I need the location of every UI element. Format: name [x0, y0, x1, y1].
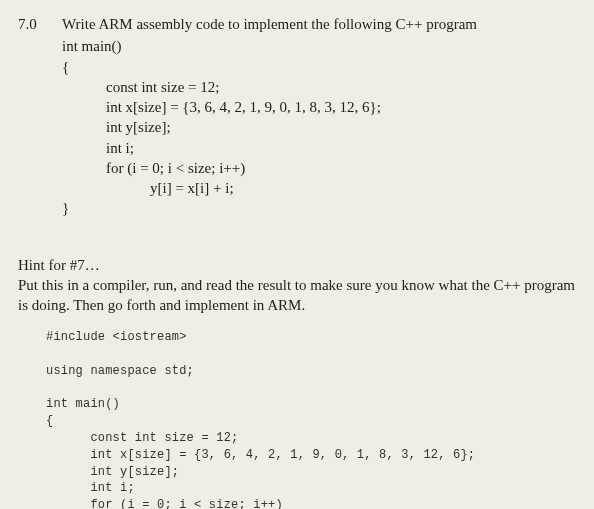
hint-block: Hint for #7… Put this in a compiler, run… — [18, 255, 576, 316]
code-line: } — [62, 198, 576, 218]
spacer — [18, 219, 576, 255]
code-line: int x[size] = {3, 6, 4, 2, 1, 9, 0, 1, 8… — [106, 97, 576, 117]
code-line: int i; — [106, 138, 576, 158]
code-line: y[i] = x[i] + i; — [150, 178, 576, 198]
code-line: const int size = 12; — [106, 77, 576, 97]
code-line: for (i = 0; i < size; i++) — [106, 158, 576, 178]
question-number: 7.0 — [18, 14, 62, 34]
serif-code-block: int main() { const int size = 12; int x[… — [62, 36, 576, 198]
hint-title: Hint for #7… — [18, 255, 576, 275]
question-prompt: Write ARM assembly code to implement the… — [62, 14, 576, 34]
code-line: int main() — [62, 36, 576, 56]
question-row: 7.0 Write ARM assembly code to implement… — [18, 14, 576, 198]
code-line: int y[size]; — [106, 117, 576, 137]
code-line: { — [62, 57, 576, 77]
hint-text: Put this in a compiler, run, and read th… — [18, 275, 576, 316]
document-page: 7.0 Write ARM assembly code to implement… — [0, 0, 594, 509]
serif-code-closing: } — [18, 198, 576, 218]
mono-code-block: #include <iostream> using namespace std;… — [46, 329, 576, 509]
question-body: Write ARM assembly code to implement the… — [62, 14, 576, 198]
